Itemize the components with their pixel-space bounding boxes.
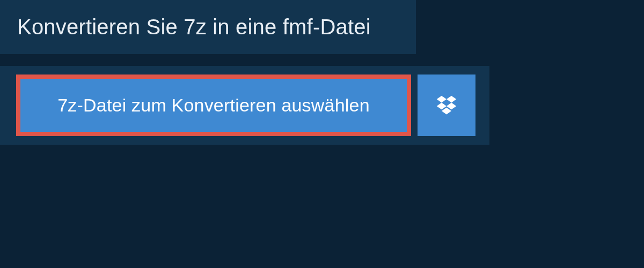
title-panel: Konvertieren Sie 7z in eine fmf-Datei xyxy=(0,0,416,54)
dropbox-button[interactable] xyxy=(418,75,475,136)
uploader-row: 7z-Datei zum Konvertieren auswählen xyxy=(16,75,480,136)
uploader-panel: 7z-Datei zum Konvertieren auswählen xyxy=(0,66,489,145)
dropbox-icon xyxy=(435,94,458,117)
select-file-button[interactable]: 7z-Datei zum Konvertieren auswählen xyxy=(20,79,407,132)
page-title: Konvertieren Sie 7z in eine fmf-Datei xyxy=(17,15,416,39)
select-file-highlight: 7z-Datei zum Konvertieren auswählen xyxy=(16,75,411,136)
